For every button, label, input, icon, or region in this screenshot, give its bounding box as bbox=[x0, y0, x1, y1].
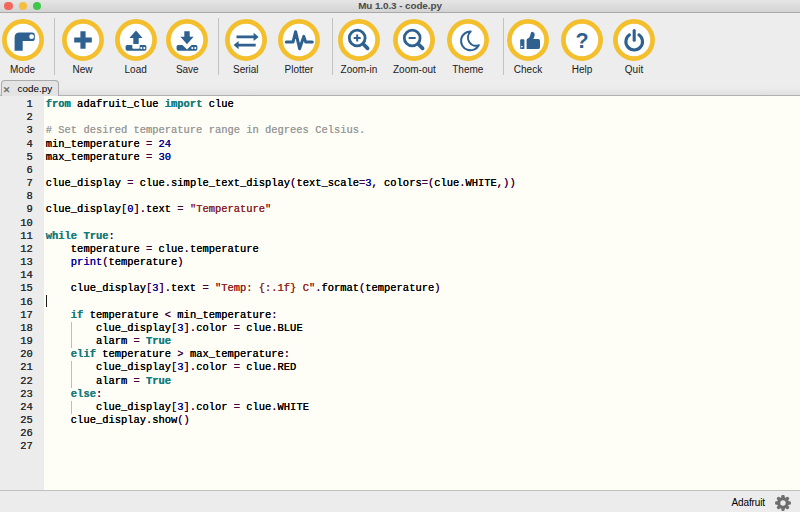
svg-text:?: ? bbox=[575, 28, 588, 52]
